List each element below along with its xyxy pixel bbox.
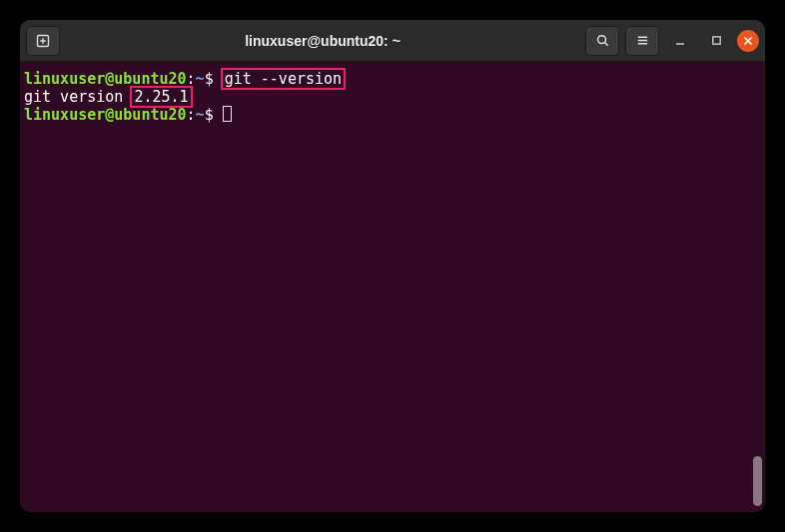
cursor [223, 106, 232, 122]
svg-line-4 [604, 43, 607, 46]
search-button[interactable] [585, 26, 619, 56]
scrollbar-thumb[interactable] [753, 456, 762, 506]
prompt-symbol: $ [205, 106, 223, 124]
cwd: ~ [196, 70, 205, 88]
menu-button[interactable] [625, 26, 659, 56]
output-line: git version 2.25.1 [24, 88, 761, 106]
user-host: linuxuser@ubuntu20 [24, 106, 187, 124]
maximize-icon [711, 35, 722, 46]
titlebar: linuxuser@ubuntu20: ~ [20, 20, 765, 62]
close-button[interactable] [737, 30, 759, 52]
minimize-icon [674, 35, 686, 47]
cwd: ~ [196, 106, 205, 124]
command-highlight: git --version [221, 68, 346, 90]
separator: : [187, 106, 196, 124]
terminal-body[interactable]: linuxuser@ubuntu20:~$ git --version git … [20, 62, 765, 512]
terminal-window: linuxuser@ubuntu20: ~ [20, 20, 765, 512]
new-tab-button[interactable] [26, 26, 60, 56]
version-highlight: 2.25.1 [130, 86, 192, 108]
maximize-button[interactable] [701, 26, 731, 56]
close-icon [743, 36, 753, 46]
output-prefix: git version [24, 88, 132, 106]
svg-point-3 [597, 36, 605, 44]
hamburger-icon [635, 33, 650, 48]
prompt-line-2: linuxuser@ubuntu20:~$ [24, 106, 761, 124]
window-title: linuxuser@ubuntu20: ~ [66, 33, 579, 49]
new-tab-icon [35, 33, 51, 49]
minimize-button[interactable] [665, 26, 695, 56]
search-icon [595, 33, 610, 48]
svg-rect-9 [712, 37, 719, 44]
prompt-symbol: $ [205, 70, 223, 88]
